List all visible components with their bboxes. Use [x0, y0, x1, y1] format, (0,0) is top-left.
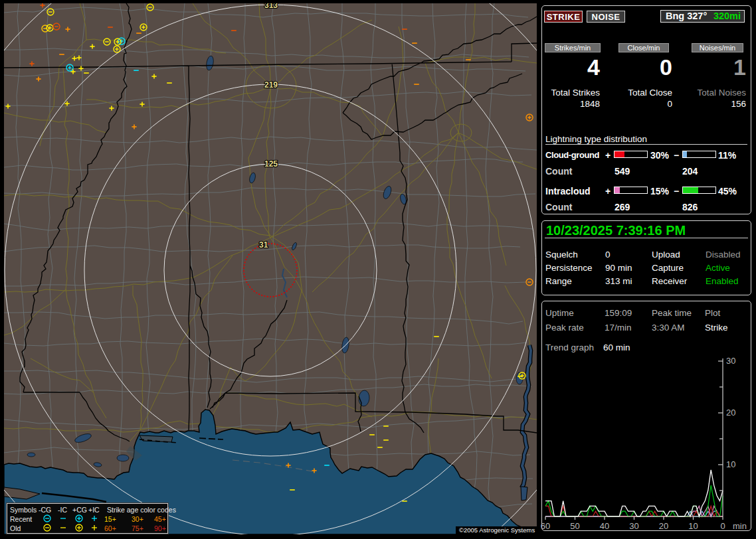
svg-text:30: 30	[726, 356, 735, 366]
svg-text:0: 0	[720, 521, 725, 531]
svg-text:40: 40	[600, 521, 609, 531]
svg-text:50: 50	[570, 521, 579, 531]
svg-text:min: min	[733, 521, 747, 531]
svg-text:10: 10	[688, 521, 698, 531]
svg-text:30: 30	[629, 521, 638, 531]
svg-text:20: 20	[726, 408, 735, 418]
svg-text:60: 60	[541, 521, 550, 531]
svg-text:20: 20	[659, 521, 668, 531]
svg-text:10: 10	[726, 459, 735, 469]
